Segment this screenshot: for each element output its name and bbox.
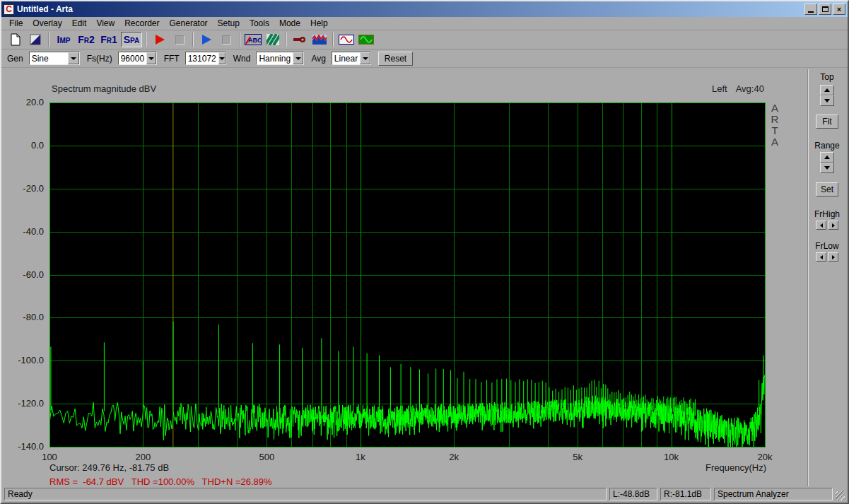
microphone-button[interactable]	[291, 32, 309, 47]
calibrate-button[interactable]: ABC	[244, 32, 262, 47]
menu-edit[interactable]: Edit	[67, 17, 92, 30]
fr1-mode-button[interactable]: Fr1	[98, 32, 119, 47]
x-tick-label: 100	[42, 452, 57, 462]
gen-select[interactable]: Sine	[29, 52, 80, 65]
menu-tools[interactable]: Tools	[245, 17, 274, 30]
status-mode: Spectrum Analyzer	[714, 488, 833, 500]
avg-label: Avg	[311, 54, 325, 64]
x-tick-label: 10k	[664, 452, 679, 462]
toolbar-separator	[332, 33, 334, 47]
range-up-button[interactable]	[820, 152, 834, 163]
x-tick-label: 500	[259, 452, 275, 462]
spectrum-window-icon	[358, 35, 374, 45]
status-right-level: R:-81.1dB	[660, 488, 711, 500]
new-file-icon	[10, 33, 21, 46]
spectrum-plot[interactable]	[49, 102, 766, 447]
calibrate-abc-icon: ABC	[245, 34, 262, 45]
maximize-icon	[822, 6, 828, 12]
arta-watermark: A R T A	[770, 102, 780, 148]
frhigh-arrows	[816, 221, 838, 230]
set-button[interactable]: Set	[816, 182, 838, 197]
chevron-down-icon[interactable]	[68, 52, 79, 64]
oscilloscope-button[interactable]	[310, 32, 329, 47]
chevron-down-icon[interactable]	[293, 52, 303, 64]
overlay-button[interactable]	[26, 32, 45, 47]
play-blue-icon	[202, 35, 211, 45]
minimize-button[interactable]	[804, 4, 817, 15]
frhigh-left-button[interactable]	[816, 221, 826, 230]
maximize-button[interactable]	[819, 4, 831, 15]
x-tick-label: 200	[136, 452, 151, 462]
reset-button[interactable]: Reset	[378, 52, 413, 66]
wnd-select[interactable]: Hanning	[256, 52, 304, 65]
x-tick-label: 2k	[449, 452, 459, 462]
frlow-arrows	[816, 252, 838, 262]
gen-value: Sine	[30, 54, 68, 64]
right-arrow-icon	[832, 223, 835, 228]
down-arrow-icon	[824, 166, 830, 170]
y-tick-label: -60.0	[23, 269, 44, 280]
new-file-button[interactable]	[6, 32, 25, 47]
chevron-down-icon[interactable]	[360, 52, 370, 64]
play-button[interactable]	[197, 32, 216, 47]
y-tick-label: -20.0	[23, 183, 44, 194]
avg-select[interactable]: Linear	[332, 52, 371, 65]
smoothing-button[interactable]	[264, 32, 282, 47]
menu-mode[interactable]: Mode	[274, 17, 305, 30]
left-arrow-icon	[820, 223, 823, 228]
x-tick-label: 5k	[573, 452, 582, 462]
range-down-button[interactable]	[820, 163, 834, 173]
range-spinner	[820, 152, 834, 173]
app-icon: C	[4, 4, 14, 15]
menubar: File Overlay Edit View Recorder Generato…	[1, 17, 848, 30]
menu-help[interactable]: Help	[305, 17, 333, 30]
chevron-down-icon[interactable]	[218, 52, 226, 64]
smoothing-stripes-icon	[267, 34, 279, 45]
impulse-mode-button[interactable]: Imp	[53, 32, 74, 47]
y-tick-label: -140.0	[18, 441, 44, 452]
record-red-icon	[156, 35, 165, 45]
status-ready: Ready	[4, 488, 607, 500]
spa-mode-button[interactable]: Spa	[121, 32, 142, 47]
close-button[interactable]: ×	[833, 4, 845, 15]
menu-recorder[interactable]: Recorder	[119, 17, 164, 30]
frlow-right-button[interactable]	[828, 252, 838, 262]
y-axis-labels: 20.00.0-20.0-40.0-60.0-80.0-100.0-120.0-…	[3, 69, 47, 486]
left-arrow-icon	[820, 255, 823, 259]
y-tick-label: -120.0	[18, 398, 44, 409]
top-label: Top	[808, 72, 846, 82]
fft-select[interactable]: 131072	[185, 52, 226, 65]
chart-title: Spectrum magnitude dBV	[52, 83, 156, 94]
fs-select[interactable]: 96000	[118, 52, 157, 65]
y-tick-label: -100.0	[18, 355, 44, 365]
y-tick-label: 0.0	[31, 140, 44, 151]
toolbar-separator	[146, 33, 147, 47]
frhigh-right-button[interactable]	[828, 221, 838, 230]
menu-file[interactable]: File	[4, 17, 28, 30]
menu-generator[interactable]: Generator	[165, 17, 213, 30]
spectrum-window-button[interactable]	[357, 32, 375, 47]
play-stop-button[interactable]	[217, 32, 235, 47]
range-label: Range	[808, 141, 846, 151]
menu-overlay[interactable]: Overlay	[28, 17, 66, 30]
record-button[interactable]	[151, 32, 169, 47]
channel-avg-label: Left Avg:40	[712, 83, 764, 94]
top-up-button[interactable]	[820, 85, 834, 95]
oscilloscope-icon	[312, 35, 327, 45]
fit-button[interactable]: Fit	[816, 115, 838, 129]
overlay-icon	[30, 34, 41, 45]
menu-setup[interactable]: Setup	[213, 17, 245, 30]
fs-label: Fs(Hz)	[87, 54, 112, 64]
chevron-down-icon[interactable]	[146, 52, 156, 64]
right-arrow-icon	[832, 255, 835, 259]
menu-view[interactable]: View	[91, 17, 119, 30]
frlow-left-button[interactable]	[816, 252, 826, 262]
top-down-button[interactable]	[820, 95, 834, 106]
fr2-mode-button[interactable]: Fr2	[76, 32, 97, 47]
resize-grip[interactable]	[836, 491, 845, 500]
y-tick-label: 20.0	[26, 97, 44, 107]
x-axis-title: Frequency(Hz)	[696, 462, 766, 473]
signal-generator-button[interactable]	[337, 32, 356, 47]
toolbar-separator	[48, 33, 49, 47]
record-stop-button[interactable]	[170, 32, 189, 47]
